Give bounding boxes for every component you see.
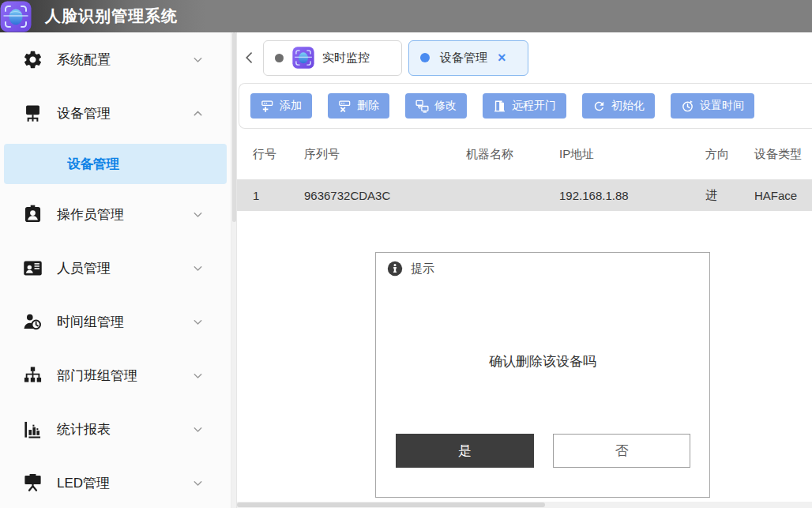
chevron-down-icon bbox=[191, 476, 205, 490]
cell-row-no: 1 bbox=[253, 189, 304, 202]
cell-ip: 192.168.1.88 bbox=[559, 189, 705, 202]
sidebar-scrollbar[interactable] bbox=[231, 32, 237, 508]
chevron-down-icon bbox=[191, 369, 205, 382]
sidebar-item-system-config[interactable]: 系统配置 bbox=[0, 32, 231, 86]
dialog-yes-button[interactable]: 是 bbox=[396, 434, 534, 468]
tab-scroll-left-button[interactable] bbox=[240, 45, 259, 70]
chevron-up-icon bbox=[191, 107, 205, 120]
sidebar-item-label: 统计报表 bbox=[57, 420, 191, 438]
initialize-button[interactable]: 初始化 bbox=[582, 93, 655, 119]
led-screen-icon bbox=[22, 472, 43, 494]
device-table-header: 行号 序列号 机器名称 IP地址 方向 设备类型 bbox=[237, 129, 812, 179]
submenu-label: 设备管理 bbox=[67, 156, 119, 173]
open-door-icon bbox=[493, 100, 506, 113]
sidebar-item-led-management[interactable]: LED管理 bbox=[0, 456, 231, 508]
column-header-ip: IP地址 bbox=[559, 147, 705, 162]
modify-device-icon bbox=[415, 100, 429, 113]
tab-label: 实时监控 bbox=[322, 51, 370, 66]
dialog-header: 提示 bbox=[376, 253, 709, 277]
set-time-button[interactable]: 设置时间 bbox=[671, 93, 754, 119]
chevron-down-icon bbox=[191, 423, 205, 436]
button-label: 初始化 bbox=[611, 99, 645, 113]
tab-realtime-monitor[interactable]: 实时监控 bbox=[263, 40, 402, 76]
button-label: 删除 bbox=[357, 99, 379, 113]
dialog-no-button[interactable]: 否 bbox=[553, 434, 690, 468]
column-header-device-type: 设备类型 bbox=[754, 147, 812, 162]
column-header-row-no: 行号 bbox=[253, 147, 304, 162]
sidebar-item-label: 时间组管理 bbox=[57, 313, 191, 331]
operator-badge-icon bbox=[22, 204, 43, 225]
sidebar-item-device-management[interactable]: 设备管理 bbox=[0, 86, 231, 140]
tab-status-dot bbox=[420, 53, 430, 62]
tab-label: 设备管理 bbox=[440, 51, 487, 66]
sidebar-item-personnel-management[interactable]: 人员管理 bbox=[0, 241, 231, 295]
sidebar-submenu-device-management-active[interactable]: 设备管理 bbox=[4, 144, 227, 184]
device-network-icon bbox=[22, 103, 43, 124]
chevron-down-icon bbox=[191, 315, 205, 329]
button-label: 远程开门 bbox=[512, 99, 556, 113]
remote-open-door-button[interactable]: 远程开门 bbox=[483, 93, 566, 119]
column-header-serial: 序列号 bbox=[304, 147, 466, 162]
table-row-selected[interactable]: 1 9636732CDA3C 192.168.1.88 进 HAFace bbox=[237, 179, 812, 211]
person-clock-icon bbox=[22, 311, 43, 333]
tab-device-management[interactable]: 设备管理 × bbox=[408, 40, 528, 76]
button-label: 设置时间 bbox=[700, 99, 744, 113]
tab-bar: 实时监控 设备管理 × bbox=[237, 32, 812, 83]
sidebar-item-operator-management[interactable]: 操作员管理 bbox=[0, 187, 231, 241]
tab-logo-icon bbox=[292, 47, 314, 69]
gear-icon bbox=[22, 49, 43, 70]
delete-device-button[interactable]: 删除 bbox=[328, 93, 389, 119]
clock-icon bbox=[681, 100, 694, 113]
sidebar-item-department-management[interactable]: 部门班组管理 bbox=[0, 348, 231, 402]
dialog-message: 确认删除该设备吗 bbox=[376, 352, 709, 371]
delete-device-icon bbox=[338, 100, 351, 113]
close-icon[interactable]: × bbox=[498, 51, 506, 65]
cell-device-type: HAFace bbox=[754, 189, 812, 202]
sidebar-item-label: 系统配置 bbox=[57, 51, 191, 69]
add-device-button[interactable]: 添加 bbox=[250, 93, 312, 119]
chevron-down-icon bbox=[191, 53, 205, 66]
id-card-icon bbox=[22, 258, 43, 279]
bar-chart-icon bbox=[22, 419, 43, 440]
cell-direction: 进 bbox=[705, 188, 754, 203]
confirm-delete-dialog: 提示 确认删除该设备吗 是 否 bbox=[375, 252, 710, 498]
horizontal-scrollbar-thumb[interactable] bbox=[237, 502, 545, 507]
column-header-direction: 方向 bbox=[705, 147, 754, 162]
app-logo-icon bbox=[0, 1, 32, 32]
column-header-machine-name: 机器名称 bbox=[466, 147, 559, 162]
refresh-icon bbox=[592, 100, 606, 113]
sidebar-item-label: 设备管理 bbox=[57, 104, 191, 122]
sidebar-item-label: 操作员管理 bbox=[57, 205, 191, 224]
info-icon bbox=[387, 261, 403, 277]
sidebar-item-label: 部门班组管理 bbox=[57, 367, 191, 385]
sidebar-item-label: LED管理 bbox=[57, 474, 191, 492]
add-device-icon bbox=[261, 100, 274, 113]
sidebar: 系统配置 设备管理 设备管理 操作员管理 人员管理 bbox=[0, 32, 231, 508]
device-toolbar: 添加 删除 修改 远程开门 初始化 设置时间 bbox=[239, 83, 812, 129]
sidebar-item-label: 人员管理 bbox=[57, 259, 191, 277]
chevron-down-icon bbox=[191, 262, 205, 275]
org-chart-icon bbox=[22, 365, 43, 386]
tab-status-dot bbox=[275, 54, 284, 62]
dialog-title: 提示 bbox=[411, 262, 434, 277]
button-label: 添加 bbox=[280, 99, 302, 113]
sidebar-scrollbar-thumb[interactable] bbox=[232, 32, 236, 222]
sidebar-item-statistics-reports[interactable]: 统计报表 bbox=[0, 402, 231, 456]
sidebar-item-time-group-management[interactable]: 时间组管理 bbox=[0, 295, 231, 348]
page-title: 人脸识别管理系统 bbox=[45, 6, 178, 27]
horizontal-scrollbar[interactable] bbox=[237, 502, 812, 508]
app-header: 人脸识别管理系统 bbox=[0, 0, 812, 32]
cell-serial: 9636732CDA3C bbox=[304, 189, 466, 202]
button-label: 修改 bbox=[434, 99, 457, 113]
modify-device-button[interactable]: 修改 bbox=[405, 93, 467, 119]
chevron-down-icon bbox=[191, 208, 205, 221]
